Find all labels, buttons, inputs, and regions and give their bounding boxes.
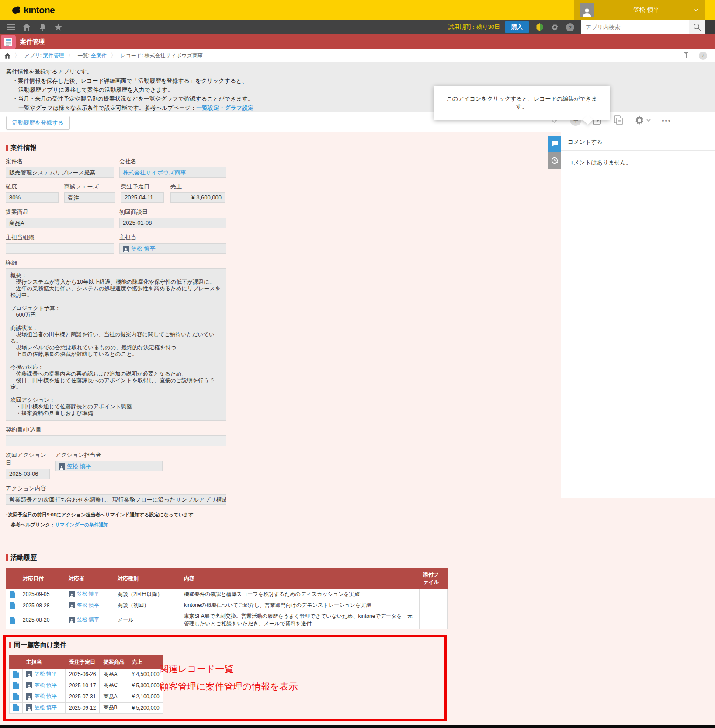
settings-gear-icon[interactable] [634,115,651,125]
related-sales: ¥ 5,300,000 [128,680,163,691]
record-file-icon[interactable] [10,591,15,598]
activity-attachment [420,600,448,611]
notification-bell-icon[interactable] [38,23,47,31]
activity-row: 2025-08-28 笠松 慎平 商談（初回） kintoneの概要についてご紹… [6,600,448,611]
action-owner-link[interactable]: 笠松 慎平 [67,463,91,470]
field-label-first-meeting: 初回商談日 [119,208,226,216]
field-probability: 80% [6,192,59,203]
beginner-mark-icon[interactable] [536,23,544,31]
related-sales: ¥ 4,500,000 [128,669,163,680]
record-file-icon[interactable] [13,704,19,711]
annotation-line1: 関連レコード一覧 [160,660,298,678]
favorite-star-icon[interactable] [53,23,63,31]
kintone-logo[interactable]: kintone [11,5,55,15]
breadcrumb-app-label: アプリ: [24,52,42,59]
record-detail: 案件情報 案件名 販売管理システムリプレース提案 会社名 株式会社サイボウズ商事… [6,132,448,728]
related-order-date: 2025-07-31 [66,691,100,703]
edit-hint-tooltip: このアイコンをクリックすると、レコードの編集ができます。 [434,86,610,120]
duplicate-record-icon[interactable] [614,115,623,125]
breadcrumb-app-link[interactable]: 案件管理 [43,52,64,59]
record-file-icon[interactable] [13,682,19,689]
related-sales: ¥ 5,200,000 [128,702,163,714]
record-file-icon[interactable] [10,602,15,609]
breadcrumb-list-link[interactable]: 全案件 [91,52,107,59]
description-help-prefix: 一覧やグラフは様々な表示条件で設定可能です。参考ヘルプページ： [18,104,196,111]
description-line: 案件情報を登録するアプリです。 [6,67,715,77]
activity-person-link[interactable]: 笠松 慎平 [77,590,99,598]
record-file-icon[interactable] [13,693,19,700]
activity-row: 2025-09-05 笠松 慎平 商談（2回目以降） 機能要件の確認と構築スコー… [6,589,448,600]
app-title[interactable]: 案件管理 [20,38,45,46]
field-label-next-action-date: 次回アクション日 [6,451,50,467]
col-product: 提案商品 [100,656,128,669]
toolbar-pad [705,20,715,34]
col-date: 対応日付 [19,568,65,589]
help-icon[interactable]: ? [566,23,574,31]
info-icon[interactable]: i [699,52,707,60]
annotation-line2: 顧客管理に案件管理の情報を表示 [160,678,298,695]
field-label-action-owner: アクション担当者 [55,451,163,459]
related-owner-link[interactable]: 笠松 慎平 [35,693,57,700]
toolbar-right: 試用期間：残り30日 購入 ? [448,20,715,34]
activity-header-row: 対応日付 対応者 対応種別 内容 添付ファイル [6,568,448,589]
field-org-empty [6,243,114,254]
breadcrumb-home-icon[interactable] [4,53,10,59]
help-page-links[interactable]: 一覧設定・グラフ設定 [196,104,253,111]
col-owner: 主担当 [23,656,66,669]
field-action-owner: 笠松 慎平 [55,461,163,471]
field-case-name: 販売管理システムリプレース提案 [6,167,114,178]
user-icon [123,246,129,252]
history-tab[interactable] [548,152,561,169]
record-file-icon[interactable] [13,671,19,678]
related-owner-link[interactable]: 笠松 慎平 [35,682,57,689]
field-label-sales: 売上 [170,183,225,191]
trial-period-text: 試用期間：残り30日 [448,23,500,31]
user-name: 笠松 慎平 [600,6,693,14]
activity-attachment [420,589,448,600]
annotation-text: 関連レコード一覧 顧客管理に案件管理の情報を表示 [160,660,298,695]
hamburger-menu-icon[interactable] [6,23,16,31]
field-sales: ¥ 3,600,000 [170,192,225,203]
activity-type: メール [114,611,180,629]
user-icon [26,682,32,688]
field-label-owner: 主担当 [119,233,226,241]
section-title: 活動履歴 [10,554,37,562]
user-icon [69,617,75,623]
kintone-logo-icon [11,5,21,15]
reminder-help-link[interactable]: リマインダーの条件通知 [55,522,109,527]
field-company: 株式会社サイボウズ商事 [119,167,226,178]
annotation-highlight-box: 同一顧客向け案件 主担当 受注予定日 提案商品 売上 笠松 慎平 2025-06… [3,635,447,721]
company-link[interactable]: 株式会社サイボウズ商事 [123,169,186,176]
related-product: 商品B [100,702,128,714]
user-menu[interactable]: 笠松 慎平 [574,0,705,20]
related-row: 笠松 慎平 2025-09-12 商品B ¥ 5,200,000 [10,702,163,714]
more-options-icon[interactable]: ••• [662,117,671,124]
owner-link[interactable]: 笠松 慎平 [131,245,156,253]
field-label-product: 提案商品 [6,208,114,216]
search-button[interactable] [689,20,705,34]
search-input[interactable] [581,20,689,34]
gear-icon[interactable] [551,23,559,31]
activity-content: 機能要件の確認と構築スコープを検討するためのディスカッションを実施 [180,589,420,600]
field-label-phase: 商談フェーズ [64,183,115,191]
comment-tab[interactable] [548,136,561,152]
comment-write-row[interactable]: コメントする [561,132,715,151]
activity-date: 2025-09-05 [19,589,65,600]
section-related: 同一顧客向け案件 [9,641,444,649]
activity-person-link[interactable]: 笠松 慎平 [77,616,99,624]
section-title: 同一顧客向け案件 [14,641,66,649]
col-order-date: 受注予定日 [66,656,100,669]
field-contract-empty [6,435,226,446]
reminder-note: ↑次回予定日の前日9:00にアクション担当者へリマインド通知する設定になっていま… [6,512,448,518]
pin-icon[interactable] [684,52,689,59]
activity-person-link[interactable]: 笠松 慎平 [77,602,99,609]
buy-button[interactable]: 購入 [505,21,529,33]
register-activity-button[interactable]: 活動履歴を登録する [6,116,70,130]
related-sales: ¥ 2,100,000 [128,691,163,703]
related-owner-link[interactable]: 笠松 慎平 [35,670,57,678]
home-icon[interactable] [22,23,31,31]
related-owner-link[interactable]: 笠松 慎平 [35,704,57,711]
record-file-icon[interactable] [10,617,15,624]
logo-text: kintone [24,5,55,15]
reminder-help: 参考ヘルプリンク：リマインダーの条件通知 [11,522,448,528]
